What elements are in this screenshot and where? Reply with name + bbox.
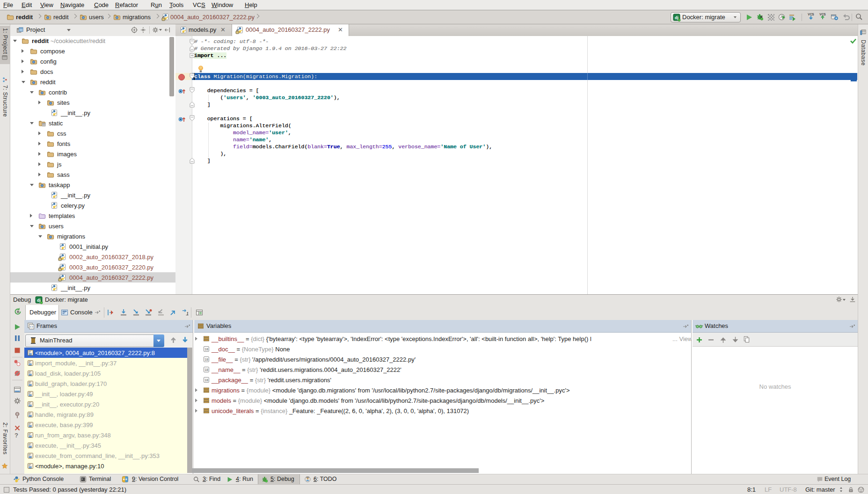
svg-text:VCS: VCS (808, 13, 814, 16)
svg-text:VCS: VCS (819, 13, 826, 16)
svg-text:dj: dj (37, 298, 41, 303)
svg-text:I: I (187, 311, 189, 316)
